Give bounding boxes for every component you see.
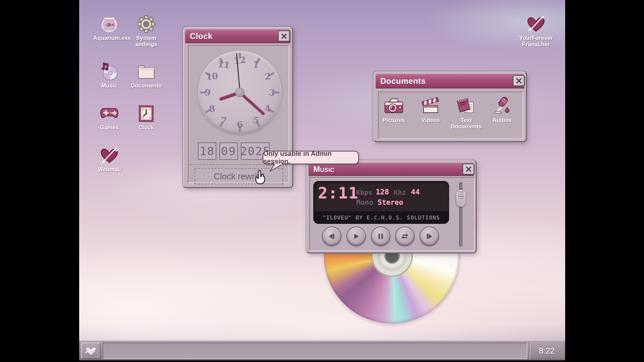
close-icon — [465, 166, 472, 173]
music-window: Music 2:11 Kbps 128 Khz 44 Mono Stereo "… — [306, 160, 476, 253]
desktop-icon-webmail[interactable]: Webmail — [93, 146, 125, 173]
grip-line — [458, 191, 464, 192]
lcd-khz-value: 44 — [411, 188, 420, 196]
desktop-icon-label: YourForever Friend.her — [518, 35, 554, 48]
start-heart-icon — [84, 346, 98, 356]
desktop-icon-label: Aquarium.exe — [93, 35, 125, 41]
documents-item-label: Text Documents — [449, 117, 484, 130]
clock-numeral: 4 — [264, 103, 271, 114]
fishbowl-icon — [100, 14, 119, 34]
gear-icon — [137, 14, 156, 34]
desktop-icon-label: System settings — [130, 35, 162, 48]
lcd-track-strip: "ILOVEU" BY E.C.H.O.S. SOLUTIONS — [313, 211, 449, 224]
date-day-field[interactable]: 18 — [198, 142, 216, 160]
gamepad-icon — [100, 104, 119, 123]
lcd-elapsed-time: 2:11 — [318, 184, 359, 202]
pause-button[interactable] — [371, 227, 390, 246]
wall-clock-icon — [137, 104, 156, 123]
documents-window: Documents Pictures — [373, 71, 527, 142]
documents-item-text-documents[interactable]: Text Documents — [449, 95, 484, 138]
clock-numeral: 9 — [204, 87, 211, 98]
clock-numeral: 3 — [268, 87, 276, 98]
desktop: Aquarium.exe System settings — [79, 0, 565, 360]
clock-numeral: 10 — [205, 71, 218, 82]
clock-numeral: 5 — [252, 115, 260, 126]
heart-arrow-icon — [526, 14, 546, 34]
start-button[interactable] — [81, 343, 101, 359]
heart-arrow-icon — [100, 146, 119, 165]
clock-numeral: 2 — [264, 71, 271, 82]
camera-icon — [384, 96, 404, 116]
tooltip: Only usable in Admin session. — [263, 151, 359, 164]
clock-numeral: 11 — [217, 59, 230, 70]
tooltip-tail — [269, 164, 283, 172]
date-month-value: 09 — [221, 144, 236, 158]
grip-line — [458, 196, 464, 197]
clock-hub — [235, 88, 245, 97]
taskbar-clock[interactable]: 8:22 — [529, 343, 564, 359]
desktop-icon-clock[interactable]: Clock — [130, 104, 162, 131]
desktop-icon-music[interactable]: Music — [93, 62, 125, 89]
date-day-value: 18 — [200, 144, 215, 158]
music-window-close-button[interactable] — [463, 164, 475, 175]
clock-window-titlebar[interactable]: Clock — [185, 29, 290, 43]
documents-item-label: Pictures — [376, 117, 411, 123]
documents-window-close-button[interactable] — [513, 75, 525, 86]
grip-line — [458, 194, 464, 195]
clock-window-close-button[interactable] — [278, 31, 290, 42]
pause-icon — [376, 232, 385, 241]
lcd-track-title: "ILOVEU" BY E.C.H.O.S. SOLUTIONS — [323, 215, 440, 221]
close-icon — [515, 77, 523, 84]
previous-icon — [327, 232, 336, 241]
music-lcd-display: 2:11 Kbps 128 Khz 44 Mono Stereo "ILOVEU… — [313, 181, 449, 224]
folder-icon — [137, 62, 156, 81]
date-month-field[interactable]: 09 — [219, 142, 238, 160]
clock-numeral: 12 — [233, 55, 246, 66]
volume-slider-thumb[interactable] — [456, 190, 466, 207]
desktop-icon-games[interactable]: Games — [93, 104, 125, 131]
repeat-button[interactable] — [395, 227, 415, 246]
documents-window-titlebar[interactable]: Documents — [376, 74, 524, 88]
documents-item-label: Videos — [413, 117, 448, 123]
taskbar-clock-text: 8:22 — [539, 346, 555, 356]
clock-numeral: 8 — [208, 103, 215, 114]
lcd-khz-label: Khz — [394, 188, 406, 196]
lcd-kbps-value: 128 — [376, 188, 389, 196]
tooltip-text: Only usable in Admin session. — [263, 150, 358, 165]
music-window-title: Music — [313, 165, 334, 174]
clock-window-title: Clock — [190, 32, 213, 41]
desktop-icon-documents[interactable]: Documents — [130, 62, 162, 89]
lcd-mono-label: Mono — [356, 198, 373, 206]
notepad-icon — [456, 96, 476, 116]
close-icon — [280, 33, 288, 40]
previous-button[interactable] — [322, 227, 341, 246]
repeat-icon — [400, 232, 410, 241]
play-icon — [352, 232, 361, 241]
taskbar-tray[interactable] — [103, 343, 527, 359]
lcd-stereo-label: Stereo — [378, 198, 403, 206]
clapperboard-icon — [421, 96, 441, 116]
taskbar: 8:22 — [79, 340, 565, 360]
desktop-icon-label: Webmail — [93, 166, 125, 173]
analog-clock-face: 12 1 2 3 4 5 6 7 8 9 10 11 — [198, 51, 282, 134]
desktop-icon-label: Music — [93, 82, 125, 89]
next-button[interactable] — [420, 227, 439, 246]
documents-item-videos[interactable]: Videos — [413, 95, 448, 138]
clock-numeral: 1 — [252, 59, 260, 70]
documents-item-label: Audios — [485, 117, 520, 123]
desktop-icon-yourforever-friend[interactable]: YourForever Friend.her — [518, 14, 554, 48]
lcd-kbps-label: Kbps — [356, 188, 372, 196]
clock-numeral: 7 — [220, 115, 227, 126]
hand-cursor — [253, 170, 267, 185]
desktop-icon-label: Games — [93, 124, 125, 131]
desktop-icon-label: Clock — [130, 124, 162, 131]
play-button[interactable] — [346, 227, 366, 246]
grip-line — [458, 198, 464, 199]
desktop-icon-aquarium[interactable]: Aquarium.exe — [93, 14, 125, 41]
desktop-icon-system-settings[interactable]: System settings — [130, 14, 162, 48]
next-icon — [425, 232, 434, 241]
documents-item-audios[interactable]: Audios — [485, 95, 520, 138]
documents-item-pictures[interactable]: Pictures — [376, 95, 411, 138]
microphone-icon — [492, 96, 512, 116]
clock-numeral: 6 — [236, 119, 243, 130]
